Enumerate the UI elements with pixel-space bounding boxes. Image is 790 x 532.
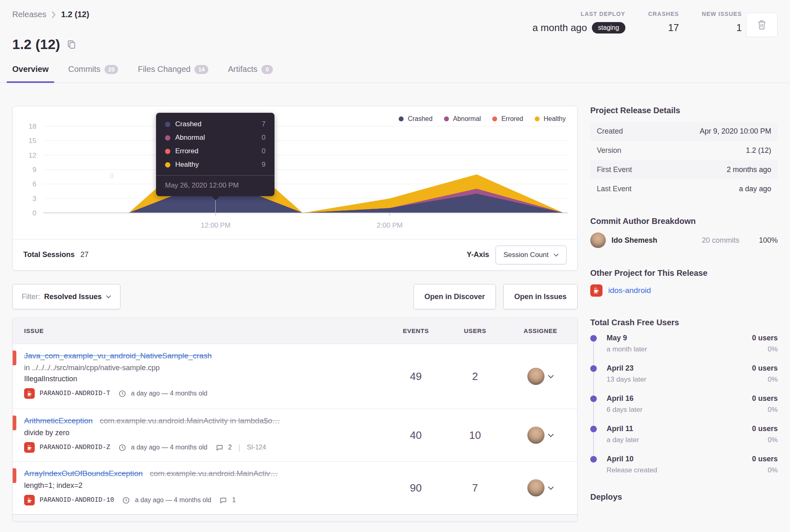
- legend-item-crashed[interactable]: Crashed: [399, 115, 432, 123]
- sessions-chart[interactable]: 036912151812:00 PM2:00 PM 0 Crashed Abno…: [13, 106, 577, 239]
- issues-filter-select[interactable]: Filter: Resolved Issues: [12, 284, 121, 309]
- tooltip-date: May 26, 2020 12:00 PM: [165, 181, 266, 190]
- project-slug[interactable]: PARANOID-ANDROID-T: [40, 390, 110, 397]
- tab-files-changed[interactable]: Files Changed 14: [138, 65, 208, 83]
- timeline-users: 0 users: [752, 364, 778, 373]
- timeline-date: May 9: [607, 334, 752, 342]
- other-project-row: idos-android: [590, 284, 778, 297]
- timeline-note: a month later: [607, 345, 752, 353]
- tab-artifacts[interactable]: Artifacts 0: [228, 65, 273, 83]
- timeline-users: 0 users: [752, 394, 778, 403]
- timeline-users: 0 users: [752, 334, 778, 342]
- copy-version-button[interactable]: [67, 40, 76, 49]
- filter-selected-value: Resolved Issues: [44, 293, 102, 301]
- y-axis-selected-value: Session Count: [503, 251, 549, 259]
- open-in-issues-button[interactable]: Open in Issues: [503, 284, 578, 309]
- author-avatar: [590, 232, 606, 248]
- issue-title-link[interactable]: ArrayIndexOutOfBoundsException: [24, 469, 143, 478]
- tab-label: Artifacts: [228, 65, 257, 74]
- environment-badge: staging: [592, 22, 625, 34]
- legend-item-healthy[interactable]: Healthy: [535, 115, 566, 123]
- issue-users-count: 2: [472, 370, 478, 383]
- total-sessions-label: Total Sessions: [23, 250, 75, 259]
- issues-table-footer: [13, 514, 577, 521]
- detail-value: 1.2 (12): [746, 146, 771, 155]
- issue-title-link[interactable]: ArithmeticException: [24, 416, 93, 425]
- tooltip-label: Errored: [175, 147, 257, 155]
- timeline-item: April 16 6 days later 0 users 0%: [590, 394, 778, 425]
- release-overview-page: Releases 1.2 (12) LAST DEPLOY a month ag…: [0, 0, 790, 532]
- issue-location: in ../../../../src/main/cpp/native-sampl…: [24, 364, 381, 372]
- java-coffee-icon: [24, 388, 35, 399]
- detail-label: Created: [597, 127, 623, 136]
- tab-label: Files Changed: [138, 65, 190, 74]
- tooltip-label: Abnormal: [175, 134, 257, 142]
- tab-count-badge: 14: [194, 65, 208, 74]
- release-sidebar: Project Release Details Created Apr 9, 2…: [590, 106, 778, 522]
- tab-count-badge: 20: [105, 65, 118, 74]
- project-slug[interactable]: PARANOID-ANDROID-Z: [40, 444, 110, 451]
- assignee-selector[interactable]: [527, 479, 554, 496]
- healthy-dot-icon: [165, 162, 170, 168]
- timeline-dot: [590, 396, 597, 402]
- detail-row: Created Apr 9, 2020 10:00 PM: [590, 122, 778, 141]
- svg-text:3: 3: [33, 195, 36, 203]
- commit-author-row: Ido Shemesh 20 commits 100%: [590, 232, 778, 248]
- y-axis-select[interactable]: Session Count: [495, 246, 567, 264]
- assignee-avatar: [527, 427, 545, 444]
- delete-release-button[interactable]: [746, 13, 778, 37]
- other-project-link[interactable]: idos-android: [608, 286, 651, 295]
- abnormal-dot-icon: [165, 135, 170, 141]
- timeline-date: April 10: [607, 455, 752, 463]
- timeline-note: a day later: [607, 436, 752, 444]
- legend-item-abnormal[interactable]: Abnormal: [444, 115, 481, 123]
- chart-footer: Total Sessions 27 Y-Axis Session Count: [13, 239, 577, 270]
- svg-text:2:00 PM: 2:00 PM: [377, 221, 402, 229]
- tab-count-badge: 0: [261, 65, 273, 74]
- open-in-discover-button[interactable]: Open in Discover: [413, 284, 496, 309]
- legend-label: Errored: [501, 115, 523, 123]
- legend-label: Abnormal: [453, 115, 481, 123]
- stray-zero-label: 0: [110, 172, 114, 180]
- issue-title-link[interactable]: Java_com_example_vu_android_NativeSample…: [24, 351, 212, 360]
- detail-row: First Event 2 months ago: [590, 160, 778, 179]
- tooltip-value: 0: [262, 134, 266, 142]
- timeline-percent: 0%: [752, 406, 778, 414]
- sessions-chart-svg: 036912151812:00 PM2:00 PM: [13, 106, 577, 239]
- timeline-users: 0 users: [752, 455, 778, 463]
- breadcrumb-releases-link[interactable]: Releases: [12, 10, 46, 19]
- deploys-heading: Deploys: [590, 492, 778, 502]
- crash-free-timeline: May 9 a month later 0 users 0% April 23 …: [590, 334, 778, 474]
- assignee-selector[interactable]: [527, 368, 554, 385]
- timeline-item: April 11 a day later 0 users 0%: [590, 425, 778, 455]
- chevron-down-icon: [548, 486, 554, 490]
- detail-row: Last Event a day ago: [590, 179, 778, 199]
- svg-text:0: 0: [33, 209, 36, 217]
- external-issue-link[interactable]: SI-124: [247, 444, 266, 451]
- assignee-avatar: [527, 479, 545, 496]
- chevron-down-icon: [553, 253, 559, 257]
- legend-item-errored[interactable]: Errored: [492, 115, 523, 123]
- chevron-down-icon: [548, 434, 554, 437]
- timeline-item: April 23 13 days later 0 users 0%: [590, 364, 778, 394]
- details-heading: Project Release Details: [590, 106, 778, 115]
- stat-last-deploy: LAST DEPLOY a month ago staging: [533, 11, 625, 34]
- issue-culprit: com.example.vu.android.MainActiv…: [150, 469, 278, 478]
- filter-label: Filter:: [22, 293, 40, 301]
- tab-label: Commits: [68, 65, 100, 74]
- tab-overview[interactable]: Overview: [12, 65, 49, 83]
- timeline-date: April 23: [607, 364, 752, 373]
- column-header-assignee: ASSIGNEE: [524, 327, 557, 334]
- stat-label: NEW ISSUES: [702, 11, 742, 17]
- column-header-users: USERS: [464, 327, 486, 334]
- project-slug[interactable]: PARANOID-ANDROID-10: [40, 496, 114, 504]
- assignee-selector[interactable]: [527, 427, 554, 444]
- last-deploy-value: a month ago: [533, 22, 587, 34]
- crashes-value: 17: [648, 22, 679, 34]
- tooltip-value: 0: [262, 147, 266, 155]
- tooltip-value: 7: [262, 120, 266, 128]
- issue-events-count: 49: [410, 370, 422, 383]
- stat-new-issues: NEW ISSUES 1: [702, 11, 742, 34]
- tab-commits[interactable]: Commits 20: [68, 65, 118, 83]
- release-details-table: Created Apr 9, 2020 10:00 PM Version 1.2…: [590, 122, 778, 199]
